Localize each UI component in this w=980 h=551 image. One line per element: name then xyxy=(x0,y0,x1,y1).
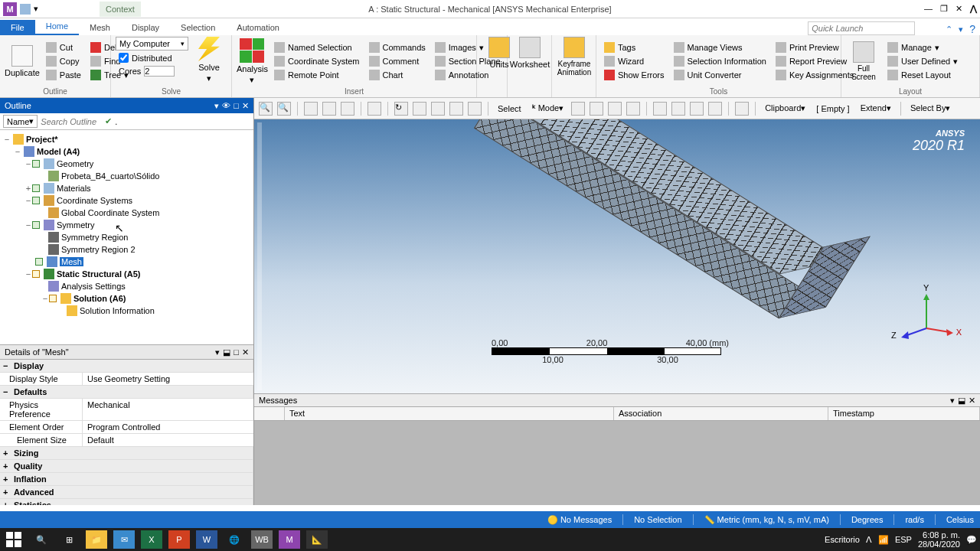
status-degrees[interactable]: Degrees xyxy=(851,515,884,524)
search-icon[interactable]: 🔍 xyxy=(31,530,52,549)
zoom-box-icon[interactable] xyxy=(449,102,463,116)
messages-close-icon[interactable]: ✕ xyxy=(969,396,975,406)
tree-project[interactable]: Project* xyxy=(26,135,58,144)
details-dropdown-icon[interactable]: ▾ xyxy=(215,347,220,357)
distributed-checkbox[interactable]: Distributed xyxy=(116,52,188,64)
pan-icon[interactable] xyxy=(368,102,381,116)
tray-time[interactable]: 6:08 p. m. xyxy=(918,530,960,540)
status-metric[interactable]: 📏 Metric (mm, kg, N, s, mV, mA) xyxy=(704,515,829,525)
tree-sol-info[interactable]: Solution Information xyxy=(80,306,155,315)
tree-mesh[interactable]: Mesh xyxy=(60,257,83,266)
chart-button[interactable]: Chart xyxy=(366,69,429,81)
windows-taskbar[interactable]: 🔍 ⊞ 📁 ✉ X P W 🌐 WB M 📐 Escritorio ᐱ 📶 ES… xyxy=(0,528,980,551)
task-view-icon[interactable]: ⊞ xyxy=(58,530,80,549)
outline-float-icon[interactable]: □ xyxy=(234,101,239,111)
cat-inflation[interactable]: Inflation xyxy=(0,473,253,485)
tree-coordsys[interactable]: Coordinate Systems xyxy=(57,196,132,205)
coord-system-button[interactable]: Coordinate System xyxy=(271,55,363,67)
context-tab[interactable]: Context xyxy=(100,2,141,17)
face-select-icon[interactable] xyxy=(608,102,622,116)
tree-static-structural[interactable]: Static Structural (A5) xyxy=(57,269,140,279)
start-button[interactable] xyxy=(3,530,24,549)
restore-button[interactable]: ❐ xyxy=(940,4,948,14)
zoom-in-icon[interactable] xyxy=(413,102,426,116)
tree-materials[interactable]: Materials xyxy=(57,184,91,193)
outline-search-go-icon[interactable]: ✔ xyxy=(105,116,112,126)
zoom-out-icon[interactable] xyxy=(431,102,445,116)
element-face-select-icon[interactable] xyxy=(690,102,704,116)
remote-point-button[interactable]: Remote Point xyxy=(271,69,363,81)
tab-mesh[interactable]: Mesh xyxy=(79,20,121,35)
status-celsius[interactable]: Celsius xyxy=(946,515,974,524)
cut-button[interactable]: Cut xyxy=(43,41,84,54)
tray-escritorio[interactable]: Escritorio xyxy=(825,535,860,544)
keyframe-button[interactable]: Keyframe Animation xyxy=(557,37,592,77)
messages-pin-icon[interactable]: ⬓ xyxy=(958,396,965,406)
box-icon[interactable] xyxy=(304,102,318,116)
unit-converter-button[interactable]: Unit Converter xyxy=(671,69,769,81)
commands-button[interactable]: Commands xyxy=(366,41,429,54)
duplicate-button[interactable]: Duplicate xyxy=(5,37,40,86)
details-pin-icon[interactable]: ⬓ xyxy=(223,347,230,357)
cores-input[interactable] xyxy=(144,66,175,77)
mechanical-icon[interactable]: M xyxy=(279,530,300,549)
manage-layout-button[interactable]: Manage▾ xyxy=(884,41,961,54)
tree-global-cs[interactable]: Global Coordinate System xyxy=(61,208,159,217)
tray-date[interactable]: 28/04/2020 xyxy=(918,540,960,549)
tags-button[interactable]: Tags xyxy=(601,41,668,54)
tray-wifi-icon[interactable]: 📶 xyxy=(878,535,889,545)
shaded-icon[interactable] xyxy=(341,102,354,116)
solve-button[interactable]: Solve▾ xyxy=(191,37,227,83)
qat-dropdown-icon[interactable]: ▾ xyxy=(34,4,38,15)
cat-statistics[interactable]: Statistics xyxy=(0,499,253,505)
manage-views-button[interactable]: Manage Views xyxy=(671,41,769,54)
cat-defaults[interactable]: Defaults xyxy=(0,386,253,398)
coord-toggle-icon[interactable] xyxy=(735,102,749,116)
tab-home[interactable]: Home xyxy=(35,18,79,35)
close-button[interactable]: ✕ xyxy=(956,4,962,14)
elem-order-value[interactable]: Program Controlled xyxy=(83,421,253,433)
elem-size-value[interactable]: Default xyxy=(83,434,253,446)
status-no-messages[interactable]: 🟡 No Messages xyxy=(547,515,612,525)
tray-chevron-icon[interactable]: ᐱ xyxy=(866,535,872,545)
word-icon[interactable]: W xyxy=(196,530,217,549)
tree-sym-r2[interactable]: Symmetry Region 2 xyxy=(61,245,136,254)
outline-search-input[interactable] xyxy=(41,117,102,126)
collapse-ribbon-icon[interactable]: ⌃ xyxy=(946,24,952,34)
excel-icon[interactable]: X xyxy=(141,530,162,549)
copy-button[interactable]: Copy xyxy=(43,55,84,67)
help-icon[interactable]: ? xyxy=(969,23,975,35)
select-by-dropdown[interactable]: Select By▾ xyxy=(907,103,953,113)
worksheet-button[interactable]: Worksheet xyxy=(512,37,547,69)
show-errors-button[interactable]: Show Errors xyxy=(601,69,668,81)
tab-selection[interactable]: Selection xyxy=(170,20,226,35)
outline-tree[interactable]: −Project* −Model (A4) −Geometry Probeta_… xyxy=(0,130,253,344)
wizard-button[interactable]: Wizard xyxy=(601,55,668,67)
tree-solution[interactable]: Solution (A6) xyxy=(74,294,126,303)
tab-display[interactable]: Display xyxy=(121,20,170,35)
cat-display[interactable]: Display xyxy=(0,360,253,372)
outline-filter-name[interactable]: Name ▾ xyxy=(3,115,38,128)
details-float-icon[interactable]: □ xyxy=(234,347,239,357)
cat-advanced[interactable]: Advanced xyxy=(0,486,253,498)
mode-dropdown[interactable]: ᵏ Mode▾ xyxy=(529,103,567,113)
zoom-fit-icon[interactable] xyxy=(468,102,482,116)
tab-automation[interactable]: Automation xyxy=(226,20,290,35)
powerpoint-icon[interactable]: P xyxy=(168,530,190,549)
paste-button[interactable]: Paste xyxy=(43,69,84,81)
wireframe-icon[interactable] xyxy=(322,102,336,116)
col-timestamp[interactable]: Timestamp xyxy=(828,407,980,420)
tray-lang[interactable]: ESP xyxy=(895,535,912,544)
solve-computer-dropdown[interactable]: My Computer xyxy=(116,37,188,51)
outline-dropdown-icon[interactable]: ▾ xyxy=(214,101,219,111)
quick-launch-input[interactable] xyxy=(808,21,915,35)
cat-sizing[interactable]: Sizing xyxy=(0,447,253,459)
messages-dropdown-icon[interactable]: ▾ xyxy=(950,396,955,406)
body-select-icon[interactable] xyxy=(626,102,640,116)
chrome-icon[interactable]: 🌐 xyxy=(224,530,245,549)
full-screen-button[interactable]: Full Screen xyxy=(846,37,881,86)
mail-icon[interactable]: ✉ xyxy=(113,530,135,549)
path-select-icon[interactable] xyxy=(708,102,722,116)
tree-geom-child[interactable]: Probeta_B4_cuarto\Sólido xyxy=(61,171,159,181)
clipboard-dropdown[interactable]: Clipboard▾ xyxy=(762,103,808,113)
